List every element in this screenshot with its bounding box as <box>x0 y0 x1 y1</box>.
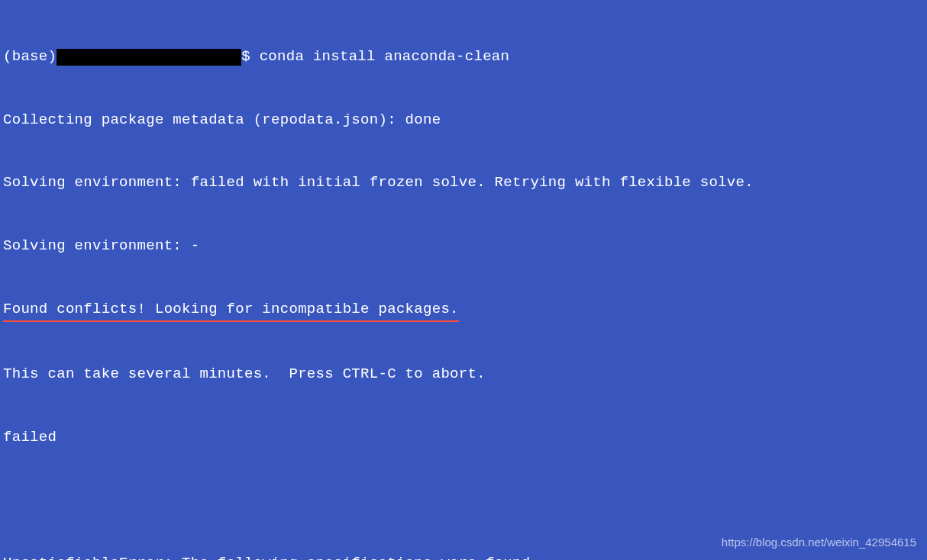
prompt-symbol: $ <box>241 47 259 68</box>
terminal-output[interactable]: (base)$ conda install anaconda-clean Col… <box>3 5 924 560</box>
output-line: Collecting package metadata (repodata.js… <box>3 110 924 131</box>
env-prefix: (base) <box>3 47 57 68</box>
command-text: conda install anaconda-clean <box>260 47 510 68</box>
output-line: Solving environment: - <box>3 236 924 257</box>
prompt-line-1: (base)$ conda install anaconda-clean <box>3 47 924 68</box>
watermark-text: https://blog.csdn.net/weixin_42954615 <box>722 534 916 551</box>
redacted-username-host <box>57 49 241 66</box>
output-line: This can take several minutes. Press CTR… <box>3 364 924 385</box>
highlighted-text: Found conflicts! Looking for incompatibl… <box>3 299 459 323</box>
output-line: UnsatisfiableError: The following specif… <box>3 553 924 560</box>
output-line-conflicts: Found conflicts! Looking for incompatibl… <box>3 299 924 323</box>
output-line: Solving environment: failed with initial… <box>3 172 924 194</box>
output-line: failed <box>3 427 924 449</box>
blank-line <box>3 491 924 512</box>
